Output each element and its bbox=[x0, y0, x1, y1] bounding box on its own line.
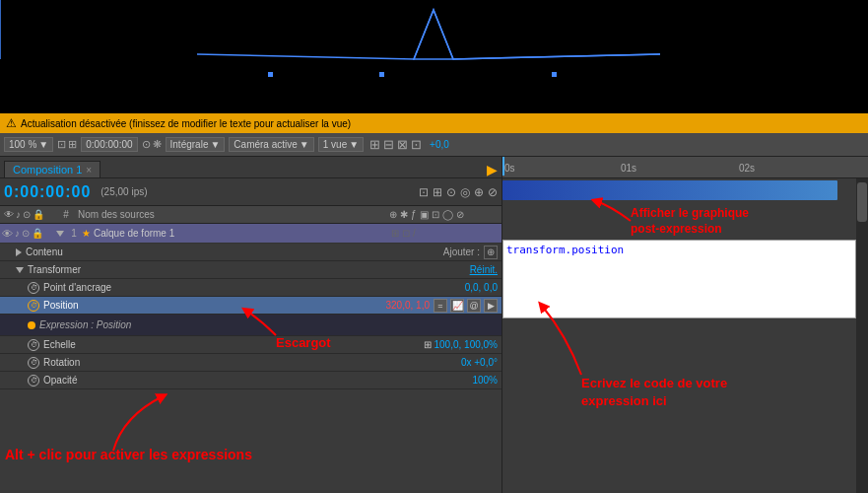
tab-close[interactable]: × bbox=[86, 165, 92, 176]
layer-name[interactable]: Calque de forme 1 bbox=[94, 228, 391, 239]
expr-code: transform.position bbox=[506, 244, 624, 256]
fps-label: (25,00 ips) bbox=[100, 186, 147, 197]
svg-rect-4 bbox=[379, 72, 384, 77]
timeline-header: 0:00:00:00 (25,00 ips) ⊡ ⊞ ⊙ ◎ ⊕ ⊘ bbox=[0, 178, 501, 206]
echelle-label: Echelle bbox=[39, 339, 424, 350]
expr-icon-play[interactable]: ▶ bbox=[484, 299, 498, 313]
timeline-tracks[interactable]: transform.position Afficher le graphique… bbox=[502, 178, 868, 493]
prop-expression: Expression : Position bbox=[0, 315, 501, 336]
position-value[interactable]: 320,0, 1,0 bbox=[386, 300, 431, 311]
echelle-value[interactable]: 100,0, 100,0% bbox=[434, 339, 499, 350]
expression-editor[interactable]: transform.position bbox=[502, 240, 856, 318]
layer-eye[interactable]: 👁 bbox=[2, 228, 13, 240]
rotation-stopwatch[interactable]: ⏱ bbox=[28, 357, 39, 369]
expr-icon-graph[interactable]: 📈 bbox=[450, 299, 464, 313]
scrollbar-thumb[interactable] bbox=[857, 182, 867, 222]
ajouter-label: Ajouter : bbox=[443, 246, 480, 257]
tb-icon2[interactable]: ⊞ bbox=[68, 138, 77, 151]
tb-icon1[interactable]: ⊡ bbox=[57, 138, 66, 151]
expr-icon-snail[interactable]: @ bbox=[467, 299, 481, 313]
prop-rotation[interactable]: ⏱ Rotation 0x +0,0° bbox=[0, 354, 501, 372]
ruler-0s: 0s bbox=[504, 163, 515, 174]
tab-label: Composition 1 bbox=[13, 164, 82, 176]
position-stopwatch[interactable]: ⏱ bbox=[28, 300, 39, 312]
reinit-btn[interactable]: Réinit. bbox=[470, 264, 498, 275]
layer-lock[interactable]: 🔒 bbox=[32, 228, 43, 239]
layer-solo[interactable]: ⊙ bbox=[22, 228, 30, 239]
ancrage-value[interactable]: 0,0, 0,0 bbox=[465, 282, 498, 293]
th-icon5[interactable]: ⊕ bbox=[474, 185, 484, 199]
views-value: 1 vue bbox=[323, 139, 347, 150]
tb-layout4[interactable]: ⊡ bbox=[411, 137, 422, 152]
offset-value: +0,0 bbox=[430, 139, 449, 150]
th-icon6[interactable]: ⊘ bbox=[488, 185, 498, 199]
th-icon2[interactable]: ⊞ bbox=[433, 185, 442, 199]
expression-label: Expression : Position bbox=[39, 319, 131, 330]
th-icon4[interactable]: ◎ bbox=[460, 185, 470, 199]
prop-echelle[interactable]: ⏱ Echelle ⊞ 100,0, 100,0% bbox=[0, 336, 501, 354]
opacite-stopwatch[interactable]: ⏱ bbox=[28, 375, 39, 387]
opacite-value[interactable]: 100% bbox=[472, 375, 498, 386]
composition-tab[interactable]: Composition 1 × bbox=[4, 161, 100, 177]
name-col-header: Nom des sources bbox=[74, 209, 389, 220]
tb-layout2[interactable]: ⊟ bbox=[383, 137, 394, 152]
col-headers: 👁 ♪ ⊙ 🔒 # Nom des sources ⊕✱ƒ▣⊡◯⊘ bbox=[0, 206, 501, 224]
svg-rect-3 bbox=[268, 72, 273, 77]
tb-layout3[interactable]: ⊠ bbox=[397, 137, 408, 152]
prop-transformer[interactable]: Transformer Réinit. bbox=[0, 261, 501, 279]
mode-value: Intégrale bbox=[170, 139, 209, 150]
layer-expand[interactable] bbox=[56, 231, 64, 237]
tab-arrow-right[interactable]: ▶ bbox=[487, 162, 498, 177]
properties-area: Contenu Ajouter : ⊕ Transformer Réinit. … bbox=[0, 244, 501, 493]
layer-track-bar[interactable] bbox=[502, 180, 837, 200]
switches-col: ⊕✱ƒ▣⊡◯⊘ bbox=[389, 209, 498, 220]
warning-text: Actualisation désactivée (finissez de mo… bbox=[21, 118, 351, 129]
layer-row[interactable]: 👁 ♪ ⊙ 🔒 1 ★ Calque de forme 1 ⊞⊡/ bbox=[0, 224, 501, 244]
toolbar-camera[interactable]: Caméra active ▼ bbox=[229, 137, 313, 152]
ancrage-label: Point d'ancrage bbox=[39, 282, 465, 293]
ajouter-btn[interactable]: ⊕ bbox=[484, 246, 498, 259]
th-icon1[interactable]: ⊡ bbox=[419, 185, 429, 199]
rotation-label: Rotation bbox=[39, 357, 461, 368]
layer-switches: ⊞⊡/ bbox=[391, 228, 500, 239]
transformer-arrow[interactable] bbox=[16, 267, 24, 273]
layer-audio[interactable]: ♪ bbox=[15, 228, 20, 239]
prop-position[interactable]: ⏱ Position 320,0, 1,0 = 📈 @ ▶ bbox=[0, 297, 501, 315]
tb-icon4[interactable]: ❋ bbox=[153, 138, 162, 151]
echelle-stopwatch[interactable]: ⏱ bbox=[28, 339, 39, 351]
ruler-2s: 02s bbox=[739, 163, 755, 174]
right-scrollbar[interactable] bbox=[856, 178, 868, 493]
audio-col-icon: ♪ bbox=[16, 209, 21, 220]
toolbar-mode[interactable]: Intégrale ▼ bbox=[166, 137, 226, 152]
annotation-graphique: Afficher le graphique post-expression bbox=[631, 206, 749, 237]
th-icon3[interactable]: ⊙ bbox=[446, 185, 456, 199]
camera-value: Caméra active bbox=[234, 139, 297, 150]
tb-icon3[interactable]: ⊙ bbox=[142, 138, 151, 151]
prop-contenu[interactable]: Contenu Ajouter : ⊕ bbox=[0, 244, 501, 261]
tb-layout1[interactable]: ⊞ bbox=[369, 137, 380, 152]
toolbar-time[interactable]: 0:00:00:00 bbox=[81, 137, 137, 152]
playhead-marker[interactable] bbox=[502, 157, 504, 176]
echelle-icon: ⊞ bbox=[424, 339, 432, 350]
rotation-value[interactable]: 0x +0,0° bbox=[461, 357, 498, 368]
toolbar: 100 % ▼ ⊡ ⊞ 0:00:00:00 ⊙ ❋ Intégrale ▼ C… bbox=[0, 133, 868, 157]
time-display[interactable]: 0:00:00:00 bbox=[4, 183, 91, 201]
transformer-label: Transformer bbox=[24, 264, 470, 275]
preview-area bbox=[0, 0, 868, 113]
toolbar-zoom[interactable]: 100 % ▼ bbox=[4, 137, 53, 152]
position-label: Position bbox=[39, 300, 386, 311]
warning-bar: ⚠ Actualisation désactivée (finissez de … bbox=[0, 113, 868, 133]
lock-col-icon: 🔒 bbox=[33, 209, 44, 220]
solo-col-icon: ⊙ bbox=[23, 209, 31, 220]
expr-icons: = 📈 @ ▶ bbox=[434, 299, 498, 313]
zoom-value: 100 % bbox=[9, 139, 36, 150]
prop-opacite[interactable]: ⏱ Opacité 100% bbox=[0, 372, 501, 389]
eye-col-icon: 👁 bbox=[4, 209, 14, 220]
left-panel: Composition 1 × ▶ 0:00:00:00 (25,00 ips)… bbox=[0, 157, 502, 493]
contenu-label: Contenu bbox=[22, 246, 443, 257]
toolbar-views[interactable]: 1 vue ▼ bbox=[318, 137, 364, 152]
expr-icon-eq[interactable]: = bbox=[434, 299, 447, 313]
prop-point-ancrage[interactable]: ⏱ Point d'ancrage 0,0, 0,0 bbox=[0, 279, 501, 297]
ancrage-stopwatch[interactable]: ⏱ bbox=[28, 282, 39, 294]
hash-col: # bbox=[58, 209, 74, 220]
